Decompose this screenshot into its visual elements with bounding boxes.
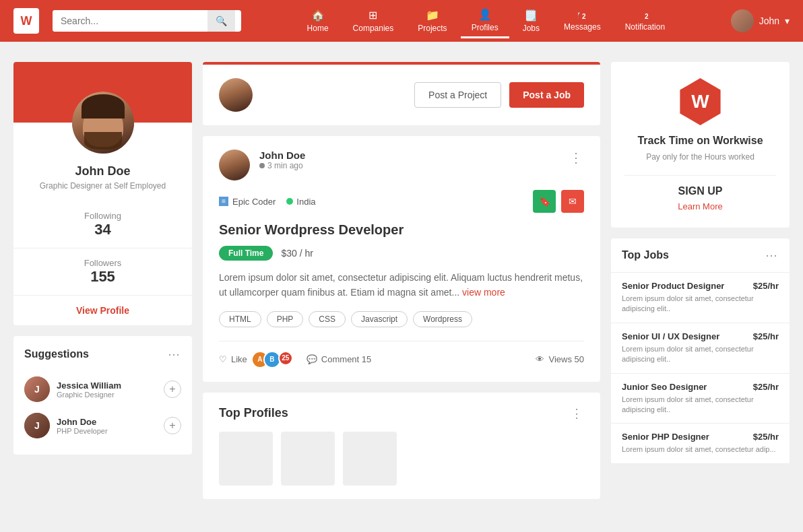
top-profiles-card: Top Profiles ⋮ <box>203 393 600 499</box>
job-list-name-3: Junior Seo Designer <box>622 382 707 392</box>
nav-item-projects[interactable]: 📁 Projects <box>407 5 457 37</box>
like-avatars: A B 25 <box>251 351 293 368</box>
online-indicator <box>259 163 265 168</box>
projects-icon: 📁 <box>426 9 439 22</box>
nav-item-notification[interactable]: ⚡ 2 Notification <box>614 7 676 36</box>
app-logo[interactable]: W <box>13 8 39 34</box>
message-button[interactable]: ✉ <box>561 190 584 213</box>
location-name: India <box>296 197 315 207</box>
job-list-row-1: Senior Product Designer $25/hr <box>622 281 779 291</box>
learn-more-link[interactable]: Learn More <box>624 201 776 211</box>
job-list-desc-4: Lorem ipsum dolor sit amet, consectetur … <box>622 444 779 455</box>
profile-title: Graphic Designer at Self Employed <box>13 181 192 201</box>
like-action[interactable]: ♡ Like A B 25 <box>219 351 293 368</box>
job-poster-avatar <box>219 149 250 180</box>
like-label: Like <box>231 354 247 364</box>
nav-item-jobs[interactable]: 🗒️ Jobs <box>512 5 550 37</box>
top-jobs-header: Top Jobs ⋯ <box>611 238 790 273</box>
nav-label-home: Home <box>307 24 329 33</box>
following-stat: Following 34 <box>13 201 192 248</box>
ad-signup-label: SIGN UP <box>624 185 776 197</box>
suggestion-info-2: John Doe PHP Developer <box>57 417 157 435</box>
suggestion-add-button-2[interactable]: + <box>164 417 181 434</box>
job-list-row-4: Senior PHP Designer $25/hr <box>622 432 779 442</box>
list-item[interactable] <box>219 432 273 486</box>
list-item[interactable] <box>281 432 335 486</box>
company-icon: ⊞ <box>219 197 228 206</box>
navbar: W 🔍 🏠 Home ⊞ Companies 📁 Projects 👤 Prof… <box>0 0 803 42</box>
top-jobs-menu-button[interactable]: ⋯ <box>765 248 779 263</box>
messages-icon-wrap: ✉️ 2 <box>577 11 587 20</box>
comment-label: Comment 15 <box>321 354 371 364</box>
job-tags-row: Full Time $30 / hr <box>219 246 584 261</box>
post-banner: Post a Project Post a Job <box>203 62 600 125</box>
skill-tag-javascript: Javascript <box>351 311 408 327</box>
view-more-link[interactable]: view more <box>462 287 505 298</box>
job-list-name-2: Senior UI / UX Designer <box>622 331 719 341</box>
job-card: John Doe 3 min ago ⋮ ⊞ Epic Coder India <box>203 136 600 382</box>
suggestion-avatar-2: J <box>24 413 50 438</box>
messages-badge: 2 <box>578 11 590 23</box>
list-item[interactable]: Senior PHP Designer $25/hr Lorem ipsum d… <box>611 424 790 463</box>
bookmark-button[interactable]: 🔖 <box>533 190 556 213</box>
suggestions-card: Suggestions ⋯ J Jessica William Graphic … <box>13 336 192 455</box>
top-profiles-menu-button[interactable]: ⋮ <box>571 406 584 421</box>
suggestion-add-button-1[interactable]: + <box>164 380 181 398</box>
user-dropdown-icon: ▾ <box>785 15 790 26</box>
profile-card: John Doe Graphic Designer at Self Employ… <box>13 62 192 325</box>
skills-row: HTML PHP CSS Javascript Wordpress <box>219 311 584 327</box>
job-company: ⊞ Epic Coder <box>219 197 276 207</box>
nav-item-profiles[interactable]: 👤 Profiles <box>461 4 509 38</box>
jobs-icon: 🗒️ <box>524 9 538 22</box>
search-bar: 🔍 <box>53 10 241 32</box>
suggestions-menu-button[interactable]: ⋯ <box>168 347 181 362</box>
user-name: John <box>759 15 779 26</box>
following-label: Following <box>27 211 179 221</box>
skill-tag-wordpress: Wordpress <box>413 311 472 327</box>
job-poster-time: 3 min ago <box>259 161 560 170</box>
views-label: Views 50 <box>548 354 584 364</box>
job-card-actions: 🔖 ✉ <box>533 190 584 213</box>
job-card-menu-button[interactable]: ⋮ <box>569 149 584 166</box>
list-item[interactable]: Senior Product Designer $25/hr Lorem ips… <box>611 273 790 323</box>
search-button[interactable]: 🔍 <box>207 10 235 32</box>
post-job-button[interactable]: Post a Job <box>509 82 584 108</box>
nav-label-messages: Messages <box>564 22 601 32</box>
nav-label-projects: Projects <box>418 24 447 33</box>
top-jobs-title: Top Jobs <box>622 249 669 261</box>
job-list-desc-2: Lorem ipsum dolor sit amet, consectetur … <box>622 344 779 365</box>
nav-item-home[interactable]: 🏠 Home <box>296 5 340 37</box>
ad-logo: W <box>677 78 724 125</box>
main-nav: 🏠 Home ⊞ Companies 📁 Projects 👤 Profiles… <box>255 4 717 38</box>
followers-label: Followers <box>27 258 179 268</box>
suggestion-role-2: PHP Developer <box>57 427 157 435</box>
top-profiles-header: Top Profiles ⋮ <box>219 406 584 421</box>
job-list-name-1: Senior Product Designer <box>622 281 724 291</box>
suggestion-info-1: Jessica William Graphic Designer <box>57 380 157 399</box>
user-menu[interactable]: John ▾ <box>731 9 790 32</box>
nav-item-companies[interactable]: ⊞ Companies <box>342 5 405 37</box>
list-item[interactable] <box>343 432 397 486</box>
nav-label-notification: Notification <box>625 22 665 32</box>
view-profile-button[interactable]: View Profile <box>13 296 192 325</box>
search-input[interactable] <box>53 10 207 32</box>
job-card-footer: ♡ Like A B 25 💬 Comment 15 👁 Views 50 <box>219 341 584 368</box>
followers-stat: Followers 155 <box>13 248 192 296</box>
list-item[interactable]: Senior UI / UX Designer $25/hr Lorem ips… <box>611 323 790 374</box>
list-item: J Jessica William Graphic Designer + <box>24 371 181 407</box>
job-list-name-4: Senior PHP Designer <box>622 432 709 442</box>
description-text: Lorem ipsum dolor sit amet, consectetur … <box>219 272 583 298</box>
company-name: Epic Coder <box>232 197 276 207</box>
comment-action[interactable]: 💬 Comment 15 <box>307 354 371 364</box>
skill-tag-css: CSS <box>309 311 346 327</box>
list-item: J John Doe PHP Developer + <box>24 407 181 444</box>
list-item[interactable]: Junior Seo Designer $25/hr Lorem ipsum d… <box>611 374 790 424</box>
ad-divider <box>624 175 776 176</box>
right-panel: W Track Time on Workwise Pay only for th… <box>611 62 790 499</box>
suggestion-avatar-1: J <box>24 376 50 402</box>
top-profiles-list <box>219 432 584 486</box>
home-icon: 🏠 <box>311 9 325 22</box>
nav-item-messages[interactable]: ✉️ 2 Messages <box>553 7 612 36</box>
notification-icon-wrap: ⚡ 2 <box>640 11 650 20</box>
post-project-button[interactable]: Post a Project <box>414 82 501 108</box>
